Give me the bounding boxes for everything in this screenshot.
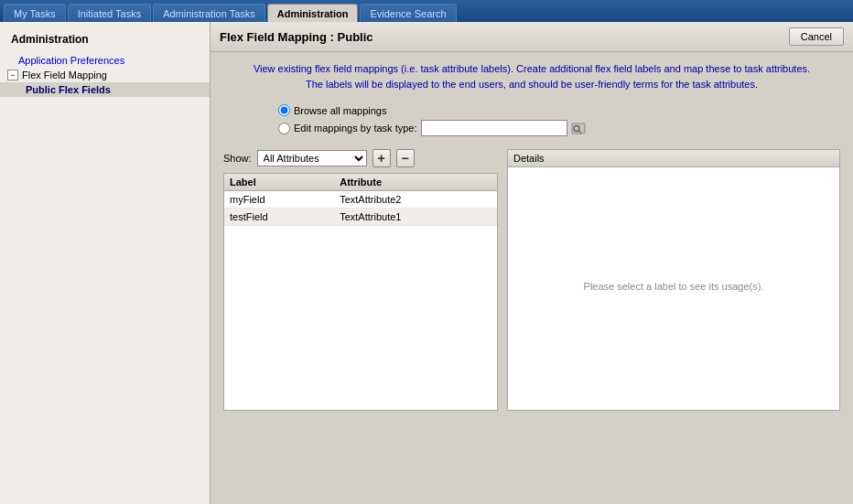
content-area: Flex Field Mapping : Public Cancel View … — [211, 22, 853, 504]
page-title: Flex Field Mapping : Public — [220, 30, 373, 44]
info-line1: View existing flex field mappings (i.e. … — [223, 61, 840, 77]
tab-evidence-search[interactable]: Evidence Search — [360, 4, 456, 22]
table-body: myFieldTextAttribute2testFieldTextAttrib… — [224, 191, 497, 226]
sidebar-item-public-flex-fields[interactable]: Public Flex Fields — [0, 82, 210, 97]
sidebar-item-application-preferences[interactable]: Application Preferences — [0, 53, 210, 68]
tab-administration-tasks[interactable]: Administration Tasks — [153, 4, 265, 22]
flex-field-mapping-label: Flex Field Mapping — [22, 70, 107, 80]
table-row[interactable]: testFieldTextAttribute1 — [224, 209, 497, 226]
content-body: View existing flex field mappings (i.e. … — [211, 52, 853, 504]
radio-edit-by-type[interactable] — [278, 123, 290, 134]
content-header: Flex Field Mapping : Public Cancel — [211, 22, 853, 52]
show-select[interactable]: All Attributes Text Attributes Date Attr… — [257, 150, 367, 166]
tab-administration[interactable]: Administration — [267, 4, 359, 22]
col-label: Label — [224, 174, 334, 191]
details-header: Details — [508, 150, 839, 167]
tab-initiated-tasks[interactable]: Initiated Tasks — [68, 4, 152, 22]
browse-icon[interactable] — [570, 120, 587, 136]
left-panel: Show: All Attributes Text Attributes Dat… — [223, 149, 498, 411]
cell-label: myField — [224, 191, 334, 209]
tab-my-tasks[interactable]: My Tasks — [4, 4, 66, 22]
info-text: View existing flex field mappings (i.e. … — [223, 61, 840, 91]
radio-browse-label: Browse all mappings — [294, 105, 387, 116]
radio-edit-label: Edit mappings by task type: — [294, 123, 417, 134]
col-attribute: Attribute — [334, 174, 497, 191]
sidebar: Administration Application Preferences −… — [0, 22, 211, 504]
radio-section: Browse all mappings Edit mappings by tas… — [223, 104, 840, 136]
cell-label: testField — [224, 209, 334, 226]
cell-attribute: TextAttribute1 — [334, 209, 497, 226]
task-type-input[interactable] — [421, 120, 567, 136]
show-label: Show: — [223, 153, 252, 164]
main-layout: Administration Application Preferences −… — [0, 22, 853, 504]
data-table: Label Attribute myFieldTextAttribute2tes… — [224, 174, 497, 226]
radio-row-browse: Browse all mappings — [278, 104, 840, 116]
sidebar-section-flex-field-mapping[interactable]: − Flex Field Mapping — [0, 68, 210, 82]
radio-browse-all[interactable] — [278, 104, 290, 116]
data-table-wrapper: Label Attribute myFieldTextAttribute2tes… — [223, 173, 498, 411]
remove-button[interactable]: − — [396, 149, 415, 167]
details-placeholder: Please select a label to see its usage(s… — [584, 281, 764, 292]
table-section: Show: All Attributes Text Attributes Dat… — [223, 149, 840, 411]
show-row: Show: All Attributes Text Attributes Dat… — [223, 149, 498, 167]
radio-row-edit: Edit mappings by task type: — [278, 120, 840, 136]
details-body: Please select a label to see its usage(s… — [508, 167, 839, 405]
info-line2: The labels will be displayed to the end … — [223, 77, 840, 92]
sidebar-title: Administration — [0, 29, 210, 53]
collapse-toggle-icon[interactable]: − — [7, 70, 18, 80]
tab-bar: My Tasks Initiated Tasks Administration … — [0, 0, 853, 22]
cancel-button[interactable]: Cancel — [789, 27, 844, 46]
table-row[interactable]: myFieldTextAttribute2 — [224, 191, 497, 209]
add-button[interactable]: + — [373, 149, 391, 167]
cell-attribute: TextAttribute2 — [334, 191, 497, 209]
details-panel: Details Please select a label to see its… — [507, 149, 840, 411]
